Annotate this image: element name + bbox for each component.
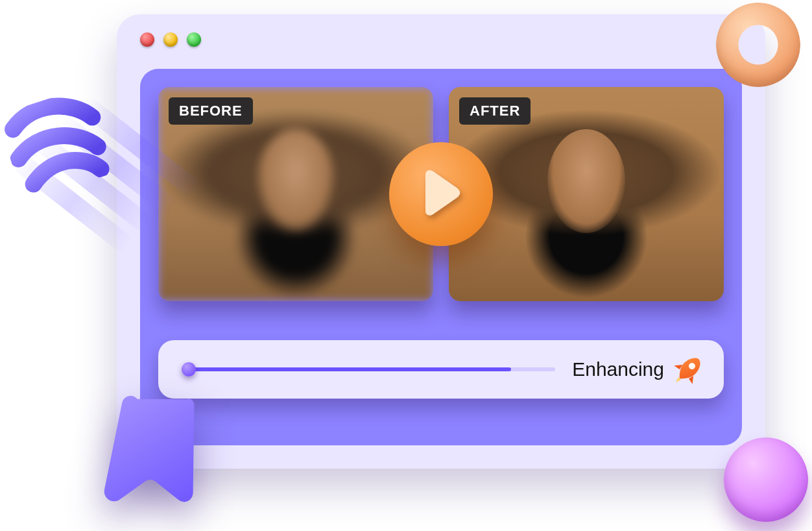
minimize-dot-icon[interactable] bbox=[163, 32, 178, 47]
compare-row: BEFORE AFTER bbox=[158, 87, 724, 301]
before-badge: BEFORE bbox=[169, 97, 253, 125]
progress-track[interactable] bbox=[184, 367, 555, 371]
donut-icon bbox=[716, 3, 800, 87]
progress-status: Enhancing bbox=[572, 358, 664, 380]
progress-bar: Enhancing bbox=[158, 340, 724, 399]
sphere-icon bbox=[724, 438, 808, 522]
window-titlebar bbox=[140, 32, 201, 47]
play-icon bbox=[420, 169, 462, 219]
play-button[interactable] bbox=[389, 142, 493, 246]
progress-knob[interactable] bbox=[182, 362, 196, 377]
rocket-icon bbox=[673, 354, 704, 385]
cursor-icon bbox=[82, 380, 231, 530]
after-badge: AFTER bbox=[459, 97, 531, 125]
close-dot-icon[interactable] bbox=[140, 32, 154, 47]
stage: BEFORE AFTER bbox=[0, 0, 812, 531]
progress-fill bbox=[184, 367, 511, 371]
maximize-dot-icon[interactable] bbox=[187, 32, 201, 47]
